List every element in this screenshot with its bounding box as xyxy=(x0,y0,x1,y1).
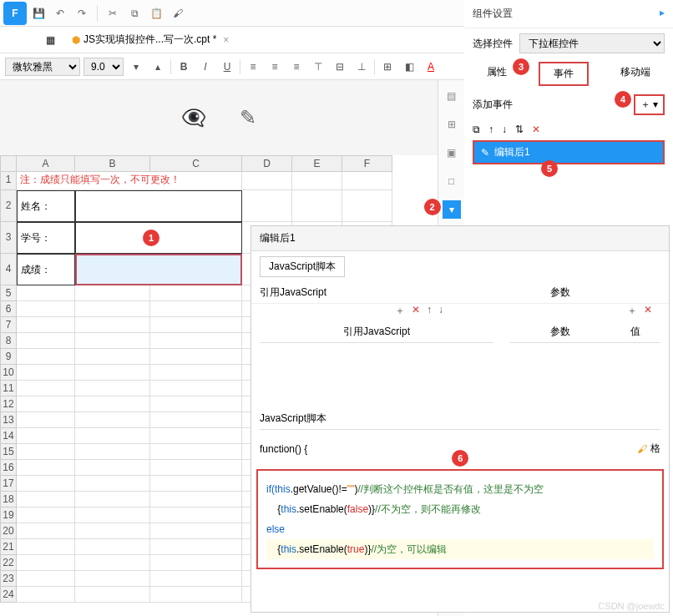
row-header[interactable]: 3 xyxy=(0,222,17,254)
row-header[interactable]: 4 xyxy=(0,254,17,285)
function-label: function() { xyxy=(260,443,307,455)
col-header[interactable]: C xyxy=(150,155,242,172)
move-up-icon[interactable]: ↑ xyxy=(488,124,493,135)
align-bottom-icon[interactable]: ⊥ xyxy=(352,58,371,76)
params-col-label: 参数 xyxy=(460,285,660,300)
row-header[interactable]: 10 xyxy=(0,365,17,381)
input-cell[interactable]: 1 xyxy=(75,222,242,254)
format-brush[interactable]: 格 xyxy=(637,442,660,456)
cond-icon[interactable]: ▣ xyxy=(443,144,461,162)
row-header[interactable]: 1 xyxy=(0,172,17,190)
file-tab[interactable]: ⬢ JS实现填报控件...写一次.cpt * × xyxy=(65,29,235,50)
copy-icon[interactable]: ⧉ xyxy=(124,3,144,23)
pencil-icon[interactable]: ✎ xyxy=(240,106,256,129)
save-icon[interactable]: 💾 xyxy=(28,3,48,23)
increase-font-icon[interactable]: ▴ xyxy=(149,58,167,76)
note-cell[interactable]: 注：成绩只能填写一次，不可更改！ xyxy=(17,172,242,190)
widget-icon[interactable]: ▾ xyxy=(443,200,461,219)
col-header[interactable]: F xyxy=(342,155,392,172)
undo-icon[interactable]: ↶ xyxy=(50,3,70,23)
format-painter-icon[interactable]: 🖌 xyxy=(168,3,188,23)
row-header[interactable]: 17 xyxy=(0,476,17,492)
row-header[interactable]: 16 xyxy=(0,460,17,476)
eye-slash-icon[interactable]: 👁‍🗨 xyxy=(181,106,206,129)
row-header[interactable]: 19 xyxy=(0,507,17,523)
row-header[interactable]: 20 xyxy=(0,523,17,539)
border-icon[interactable]: ⊞ xyxy=(378,58,397,76)
event-item-label: 编辑后1 xyxy=(494,145,530,159)
align-right-icon[interactable]: ≡ xyxy=(287,58,306,76)
align-center-icon[interactable]: ≡ xyxy=(266,58,284,76)
col-header[interactable]: D xyxy=(242,155,292,172)
row-header[interactable]: 15 xyxy=(0,444,17,460)
row-header[interactable]: 14 xyxy=(0,428,17,444)
input-cell[interactable] xyxy=(75,190,242,222)
row-header[interactable]: 7 xyxy=(0,317,17,333)
callout-4: 4 xyxy=(615,91,631,108)
row-header[interactable]: 18 xyxy=(0,492,17,507)
font-color-icon[interactable]: A xyxy=(422,58,440,76)
align-middle-icon[interactable]: ⊟ xyxy=(331,58,349,76)
callout-3: 3 xyxy=(513,58,529,75)
row-header[interactable]: 12 xyxy=(0,396,17,412)
col-header[interactable]: B xyxy=(75,155,150,172)
row-header[interactable]: 24 xyxy=(0,587,17,603)
row-header[interactable]: 6 xyxy=(0,301,17,317)
font-family-select[interactable]: 微软雅黑 xyxy=(5,58,80,76)
up-icon[interactable]: ↑ xyxy=(427,304,432,318)
redo-icon[interactable]: ↷ xyxy=(72,3,92,23)
value-header: 值 xyxy=(610,321,660,343)
label-cell[interactable]: 学号： xyxy=(17,222,75,254)
row-header[interactable]: 22 xyxy=(0,555,17,571)
row-header[interactable]: 23 xyxy=(0,571,17,587)
panel-collapse-icon[interactable]: ▸ xyxy=(660,7,665,21)
copy-icon[interactable]: ⧉ xyxy=(473,124,480,135)
delete-icon[interactable]: ✕ xyxy=(532,124,540,135)
paste-icon[interactable]: 📋 xyxy=(146,3,166,23)
close-icon[interactable]: × xyxy=(223,34,229,46)
tab-events[interactable]: 事件 xyxy=(539,62,589,86)
script-type-tab[interactable]: JavaScript脚本 xyxy=(260,256,345,277)
callout-2: 2 xyxy=(424,199,441,215)
widget-type-select[interactable]: 下拉框控件 xyxy=(519,33,665,53)
grid-icon[interactable]: ▦ xyxy=(42,32,58,48)
italic-icon[interactable]: I xyxy=(196,58,215,76)
row-header[interactable]: 2 xyxy=(0,190,17,222)
expand-icon[interactable]: ⊞ xyxy=(443,115,461,134)
decrease-font-icon[interactable]: ▾ xyxy=(127,58,145,76)
move-down-icon[interactable]: ↓ xyxy=(502,124,507,135)
event-list-item[interactable]: ✎ 编辑后1 5 xyxy=(473,140,665,164)
align-left-icon[interactable]: ≡ xyxy=(244,58,262,76)
row-header[interactable]: 21 xyxy=(0,539,17,555)
cut-icon[interactable]: ✂ xyxy=(103,3,123,23)
align-top-icon[interactable]: ⊤ xyxy=(309,58,327,76)
event-tools: ⧉ ↑ ↓ ⇅ ✕ xyxy=(464,120,673,139)
col-header[interactable]: A xyxy=(17,155,75,172)
layout-icon[interactable]: ▤ xyxy=(443,87,461,105)
code-editor[interactable]: if(this.getValue()!="")//判断这个控件框是否有值，这里是… xyxy=(256,469,664,569)
bold-icon[interactable]: B xyxy=(175,58,193,76)
add-event-button[interactable]: ＋ ▾ xyxy=(634,94,665,115)
col-header[interactable]: E xyxy=(292,155,342,172)
row-header[interactable]: 11 xyxy=(0,381,17,396)
fill-color-icon[interactable]: ◧ xyxy=(400,58,418,76)
remove-icon[interactable]: ✕ xyxy=(644,304,652,318)
font-size-select[interactable]: 9.0 xyxy=(83,58,124,76)
sort-icon[interactable]: ⇅ xyxy=(515,124,524,135)
import-header: 引用JavaScript xyxy=(260,321,493,343)
row-header[interactable]: 9 xyxy=(0,349,17,365)
label-cell[interactable]: 姓名： xyxy=(17,190,75,222)
underline-icon[interactable]: U xyxy=(218,58,236,76)
filter-icon[interactable]: □ xyxy=(443,172,461,190)
row-header[interactable]: 8 xyxy=(0,333,17,349)
design-canvas: 👁‍🗨 ✎ xyxy=(0,80,438,155)
label-cell[interactable]: 成绩： xyxy=(17,254,75,285)
row-header[interactable]: 13 xyxy=(0,412,17,428)
row-header[interactable]: 5 xyxy=(0,285,17,301)
add-icon[interactable]: ＋ xyxy=(627,304,637,318)
tab-mobile[interactable]: 移动端 xyxy=(607,62,664,86)
add-icon[interactable]: ＋ xyxy=(395,304,405,318)
remove-icon[interactable]: ✕ xyxy=(412,304,420,318)
selected-cell[interactable] xyxy=(75,254,242,285)
down-icon[interactable]: ↓ xyxy=(438,304,443,318)
